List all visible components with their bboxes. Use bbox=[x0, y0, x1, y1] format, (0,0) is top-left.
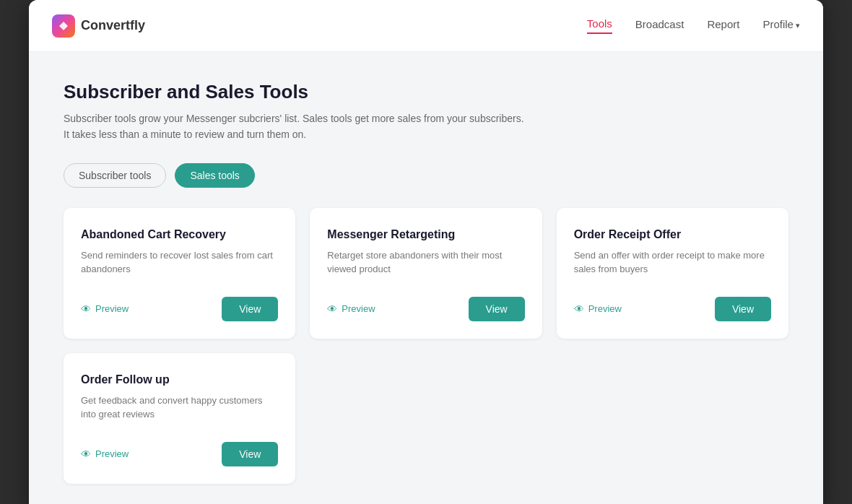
abandoned-cart-view-button[interactable]: View bbox=[222, 297, 278, 321]
nav-link-broadcast[interactable]: Broadcast bbox=[635, 18, 684, 33]
order-followup-view-button[interactable]: View bbox=[222, 442, 278, 466]
main-content: Subscriber and Sales Tools Subscriber to… bbox=[29, 52, 823, 504]
eye-icon: 👁 bbox=[81, 448, 91, 460]
logo-icon bbox=[52, 14, 75, 38]
eye-icon: 👁 bbox=[81, 303, 91, 315]
tab-subscriber[interactable]: Subscriber tools bbox=[64, 163, 166, 188]
card-messenger-retargeting-desc: Retarget store abandoners with their mos… bbox=[327, 248, 524, 277]
messenger-retargeting-preview-link[interactable]: 👁 Preview bbox=[327, 303, 375, 315]
card-order-receipt-title: Order Receipt Offer bbox=[574, 228, 771, 241]
card-order-receipt-desc: Send an offer with order receipt to make… bbox=[574, 248, 771, 277]
order-followup-preview-link[interactable]: 👁 Preview bbox=[81, 448, 129, 460]
page-title: Subscriber and Sales Tools bbox=[64, 81, 788, 103]
card-order-receipt-actions: 👁 Preview View bbox=[574, 297, 771, 321]
tabs-container: Subscriber tools Sales tools bbox=[64, 163, 788, 188]
card-order-followup-title: Order Follow up bbox=[81, 373, 278, 386]
card-abandoned-cart-title: Abandoned Cart Recovery bbox=[81, 228, 278, 241]
navbar: Convertfly Tools Broadcast Report Profil… bbox=[29, 0, 823, 52]
card-abandoned-cart-actions: 👁 Preview View bbox=[81, 297, 278, 321]
nav-link-tools[interactable]: Tools bbox=[587, 17, 612, 34]
card-order-followup-actions: 👁 Preview View bbox=[81, 442, 278, 466]
eye-icon: 👁 bbox=[327, 303, 337, 315]
card-order-receipt: Order Receipt Offer Send an offer with o… bbox=[557, 208, 788, 339]
order-receipt-preview-link[interactable]: 👁 Preview bbox=[574, 303, 622, 315]
card-messenger-retargeting-actions: 👁 Preview View bbox=[327, 297, 524, 321]
logo-area: Convertfly bbox=[52, 14, 587, 38]
eye-icon: 👁 bbox=[574, 303, 584, 315]
card-order-followup-desc: Get feedback and convert happy customers… bbox=[81, 394, 278, 422]
app-window: Convertfly Tools Broadcast Report Profil… bbox=[29, 0, 823, 504]
abandoned-cart-preview-link[interactable]: 👁 Preview bbox=[81, 303, 129, 315]
messenger-retargeting-view-button[interactable]: View bbox=[469, 297, 525, 321]
order-receipt-view-button[interactable]: View bbox=[715, 297, 771, 321]
page-subtitle: Subscriber tools grow your Messenger sub… bbox=[64, 110, 788, 143]
nav-links: Tools Broadcast Report Profile bbox=[587, 17, 800, 34]
card-messenger-retargeting-title: Messenger Retargeting bbox=[327, 228, 524, 241]
card-abandoned-cart: Abandoned Cart Recovery Send reminders t… bbox=[64, 208, 295, 339]
nav-link-profile[interactable]: Profile bbox=[762, 18, 800, 33]
card-abandoned-cart-desc: Send reminders to recover lost sales fro… bbox=[81, 248, 278, 277]
tab-sales[interactable]: Sales tools bbox=[175, 163, 254, 188]
card-messenger-retargeting: Messenger Retargeting Retarget store aba… bbox=[310, 208, 542, 339]
nav-link-report[interactable]: Report bbox=[707, 18, 739, 33]
logo-text: Convertfly bbox=[81, 18, 145, 33]
card-order-followup: Order Follow up Get feedback and convert… bbox=[64, 353, 295, 484]
cards-grid: Abandoned Cart Recovery Send reminders t… bbox=[64, 208, 788, 484]
